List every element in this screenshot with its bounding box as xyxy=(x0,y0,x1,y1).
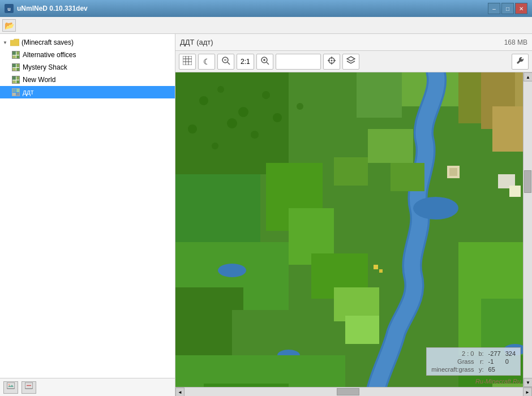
moon-icon: ☾ xyxy=(203,57,211,66)
svg-rect-10 xyxy=(183,56,192,65)
svg-rect-27 xyxy=(289,72,357,129)
scroll-up-button[interactable]: ▲ xyxy=(524,72,532,81)
add-world-button[interactable] xyxy=(3,381,18,394)
svg-point-62 xyxy=(262,91,270,99)
wrench-icon xyxy=(516,56,525,67)
scrollbar-thumb-h[interactable] xyxy=(337,388,359,395)
b-val2: 324 xyxy=(505,350,516,357)
svg-point-3 xyxy=(8,384,10,386)
y-label: y: xyxy=(478,366,483,373)
map-toolbar: ☾ 2:1 xyxy=(175,51,532,72)
tree-item-alt-offices[interactable]: Alternative offices xyxy=(0,49,175,61)
layers-button[interactable] xyxy=(342,54,359,70)
add-icon xyxy=(7,382,15,392)
svg-rect-45 xyxy=(345,316,379,344)
map-memory: 168 MB xyxy=(504,38,527,46)
zoom-in-button[interactable] xyxy=(256,54,273,70)
y-empty xyxy=(505,366,516,373)
tree-item-alt-label: Alternative offices xyxy=(23,51,76,59)
svg-rect-73 xyxy=(334,157,368,186)
svg-point-46 xyxy=(413,197,458,219)
svg-point-66 xyxy=(251,131,259,139)
left-panel: ▼ (Minecraft saves) Alternative offices xyxy=(0,34,175,396)
tree-item-mystery[interactable]: Mystery Shack xyxy=(0,61,175,74)
svg-rect-74 xyxy=(368,129,413,163)
grid-button[interactable] xyxy=(179,54,196,70)
remove-world-button[interactable] xyxy=(22,381,36,394)
map-area[interactable]: 2 : 0 b: -277 324 Grass r: -1 0 minecraf… xyxy=(175,72,532,387)
title-bar: u uNmINeD 0.10.331dev – □ ✕ xyxy=(0,0,532,17)
tree-item-ddt-label: ддт xyxy=(23,88,34,96)
tree-item-newworld[interactable]: New World xyxy=(0,74,175,86)
svg-line-13 xyxy=(228,62,230,64)
search-input[interactable] xyxy=(276,54,321,70)
b-label: b: xyxy=(478,350,483,357)
scroll-left-button[interactable]: ◄ xyxy=(175,388,185,396)
map-title: ДДТ (адт) xyxy=(180,38,213,46)
svg-rect-72 xyxy=(379,269,383,273)
maximize-button[interactable]: □ xyxy=(501,3,514,14)
svg-rect-71 xyxy=(374,265,378,269)
svg-marker-24 xyxy=(347,57,355,61)
svg-point-63 xyxy=(188,124,197,134)
map-header: ДДТ (адт) 168 MB xyxy=(175,34,532,51)
minimize-button[interactable]: – xyxy=(488,3,500,14)
svg-rect-51 xyxy=(204,384,289,387)
scrollbar-track-h xyxy=(185,388,523,396)
svg-rect-58 xyxy=(509,186,521,197)
night-button[interactable]: ☾ xyxy=(198,54,215,70)
svg-rect-75 xyxy=(391,163,424,191)
svg-point-48 xyxy=(218,264,246,277)
zoom-label: 2:1 xyxy=(237,54,254,70)
map-icon-ddt xyxy=(11,88,20,97)
open-button[interactable]: 📂 xyxy=(2,19,16,32)
tree-item-root[interactable]: ▼ (Minecraft saves) xyxy=(0,36,175,49)
left-panel-bottom xyxy=(0,378,175,396)
zoom-out-button[interactable] xyxy=(217,54,234,70)
svg-line-17 xyxy=(267,62,269,64)
main-content: ▼ (Minecraft saves) Alternative offices xyxy=(0,34,532,396)
r-label: r: xyxy=(478,358,483,365)
right-panel: ДДТ (адт) 168 MB ☾ xyxy=(175,34,532,396)
svg-rect-70 xyxy=(449,168,457,176)
b-val1: -277 xyxy=(488,350,501,357)
scrollbar-thumb-v[interactable] xyxy=(524,170,531,193)
remove-icon xyxy=(25,382,33,392)
svg-point-59 xyxy=(199,96,208,105)
crosshair-icon xyxy=(327,56,336,67)
biome-label: Grass xyxy=(431,358,474,365)
tree-item-newworld-label: New World xyxy=(23,76,55,84)
svg-rect-28 xyxy=(357,72,402,118)
close-button[interactable]: ✕ xyxy=(515,3,527,14)
svg-point-61 xyxy=(238,107,248,117)
tree-item-root-label: (Minecraft saves) xyxy=(22,38,74,46)
map-icon-alt xyxy=(11,50,20,59)
svg-rect-50 xyxy=(175,355,345,387)
scroll-down-button[interactable]: ▼ xyxy=(524,378,532,387)
settings-button[interactable] xyxy=(512,54,529,70)
tree-item-mystery-label: Mystery Shack xyxy=(23,63,67,71)
window-controls: – □ ✕ xyxy=(488,3,527,14)
block-label: minecraft:grass xyxy=(431,366,474,373)
scroll-right-button[interactable]: ► xyxy=(523,388,532,396)
crosshair-button[interactable] xyxy=(323,54,340,70)
r-val1: -1 xyxy=(488,358,501,365)
map-info-overlay: 2 : 0 b: -277 324 Grass r: -1 0 minecraf… xyxy=(426,347,521,376)
zoom-in-icon xyxy=(260,56,269,67)
svg-point-23 xyxy=(331,60,332,62)
grid-icon xyxy=(183,56,192,67)
zoom-out-icon xyxy=(221,56,230,67)
horizontal-scrollbar[interactable]: ◄ ► xyxy=(175,387,532,396)
map-icon-newworld xyxy=(11,75,20,84)
tree-item-ddt[interactable]: ддт xyxy=(0,86,175,98)
svg-point-64 xyxy=(212,143,218,149)
folder-open-icon xyxy=(10,38,19,47)
main-toolbar: 📂 xyxy=(0,17,532,34)
vertical-scrollbar[interactable]: ▲ ▼ xyxy=(523,72,532,387)
app-title: uNmINeD 0.10.331dev xyxy=(17,5,88,12)
y-val: 65 xyxy=(488,366,501,373)
svg-point-67 xyxy=(273,113,282,122)
r-val2: 0 xyxy=(505,358,516,365)
watermark: Ru-Minecraft.Ru xyxy=(475,378,521,385)
tree-view: ▼ (Minecraft saves) Alternative offices xyxy=(0,34,175,378)
